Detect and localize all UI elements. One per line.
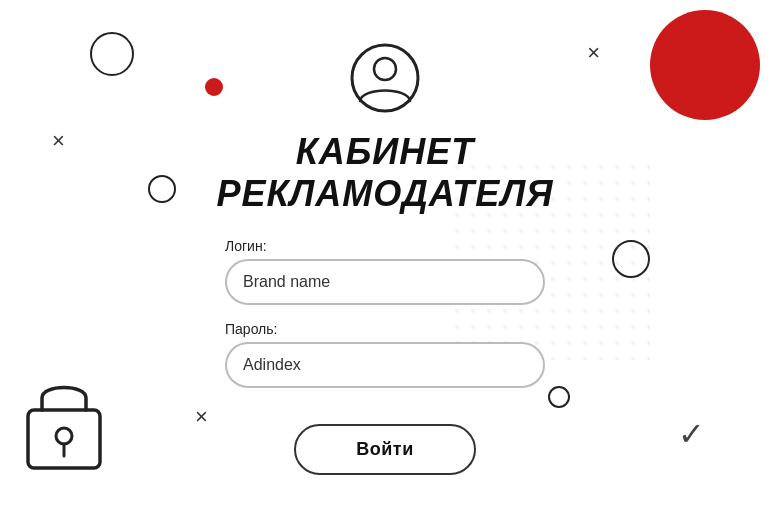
page-title: КАБИНЕТ РЕКЛАМОДАТЕЛЯ xyxy=(216,131,553,214)
login-label: Логин: xyxy=(225,238,545,254)
page-container: × × × ✓ КАБИН xyxy=(0,0,770,518)
svg-point-6 xyxy=(374,58,396,80)
password-input[interactable] xyxy=(225,342,545,388)
circle-decoration-tl xyxy=(90,32,134,76)
avatar-icon xyxy=(350,43,420,131)
svg-rect-0 xyxy=(28,410,100,468)
login-input[interactable] xyxy=(225,259,545,305)
login-button[interactable]: Войти xyxy=(294,424,475,475)
password-label: Пароль: xyxy=(225,321,545,337)
circle-decoration-ml xyxy=(148,175,176,203)
x-decoration-tr: × xyxy=(587,42,600,64)
x-decoration-tl: × xyxy=(52,130,65,152)
lock-decoration xyxy=(20,368,110,468)
svg-point-1 xyxy=(56,428,72,444)
password-form-group: Пароль: xyxy=(225,321,545,388)
main-content: КАБИНЕТ РЕКЛАМОДАТЕЛЯ Логин: Пароль: Вой… xyxy=(216,43,553,475)
red-circle-decoration xyxy=(650,10,760,120)
login-form-group: Логин: xyxy=(225,238,545,305)
x-decoration-bl: × xyxy=(195,406,208,428)
circle-decoration-mr xyxy=(612,240,650,278)
checkmark-decoration: ✓ xyxy=(678,415,705,453)
